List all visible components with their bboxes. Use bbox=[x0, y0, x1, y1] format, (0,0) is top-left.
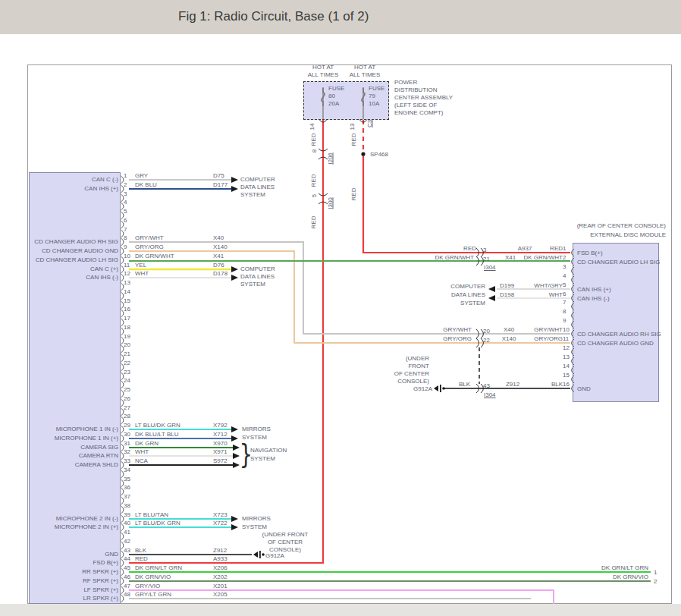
left-pin-signal: MICROPHONE 2 IN (+) bbox=[0, 523, 118, 530]
left-pin-signal: RR SPKR (+) bbox=[0, 568, 118, 575]
left-pin-number: 2 bbox=[124, 181, 127, 188]
module-pin-number: 3 bbox=[563, 263, 566, 270]
left-pin-number: 21 bbox=[124, 350, 130, 357]
left-pin-circuit: X201 bbox=[213, 583, 228, 589]
left-pin-circuit: X723 bbox=[213, 511, 228, 518]
diagram-label: BLK bbox=[411, 381, 563, 388]
left-pin-signal: CAN IHS (-) bbox=[0, 274, 118, 281]
left-pin-wire-color: GRY bbox=[135, 172, 148, 179]
left-pin-number: 47 bbox=[124, 583, 130, 589]
left-pin-wire-color: WHT bbox=[135, 270, 149, 277]
left-pin-number: 33 bbox=[124, 457, 130, 464]
diagram-label: FUSE bbox=[328, 85, 344, 92]
diagram-label: COMPUTER bbox=[240, 266, 275, 272]
diagram-label: OF CENTER bbox=[209, 539, 361, 545]
bottom-clip-strip bbox=[0, 604, 681, 616]
left-pin-wire-color: WHT bbox=[135, 448, 149, 455]
left-pin-number: 27 bbox=[124, 404, 130, 411]
left-pin-signal: CD CHANGER AUDIO LH SIG bbox=[0, 256, 118, 263]
diagram-label: SYSTEM bbox=[242, 523, 267, 530]
module-pin-number: 9 bbox=[563, 317, 566, 324]
diagram-label: I300 bbox=[327, 197, 334, 209]
left-pin-number: 22 bbox=[124, 360, 130, 366]
left-pin-number: 45 bbox=[124, 564, 130, 571]
diagram-label: GRY/WHT bbox=[411, 326, 563, 333]
left-pin-number: 46 bbox=[124, 574, 130, 580]
left-pin-wire-color: YEL bbox=[135, 262, 146, 269]
left-pin-circuit: X971 bbox=[213, 448, 228, 455]
left-pin-circuit: X205 bbox=[213, 591, 228, 598]
left-pin-number: 11 bbox=[124, 262, 130, 269]
left-pin-signal: CAMERA RTN bbox=[0, 452, 118, 459]
left-pin-circuit: X206 bbox=[213, 564, 228, 571]
left-pin-signal: MICROPHONE 1 IN (+) bbox=[0, 435, 118, 442]
diagram-label: COMPUTER bbox=[240, 176, 275, 183]
left-pin-number: 30 bbox=[124, 431, 130, 438]
left-pin-number: 42 bbox=[124, 538, 130, 545]
diagram-label: POWER bbox=[394, 79, 417, 86]
left-pin-number: 24 bbox=[124, 377, 130, 384]
diagram-label: RED bbox=[350, 134, 357, 146]
left-pin-number: 31 bbox=[124, 440, 130, 447]
module-pin-number: 5 bbox=[563, 281, 566, 288]
diagram-label: G912A bbox=[265, 552, 284, 559]
diagram-label: (UNDER bbox=[278, 355, 429, 362]
left-pin-number: 18 bbox=[124, 324, 130, 331]
left-pin-circuit: X202 bbox=[213, 574, 228, 580]
left-pin-number: 36 bbox=[124, 484, 130, 491]
left-pin-signal: CAN C (-) bbox=[0, 176, 118, 183]
left-pin-circuit: D76 bbox=[213, 262, 224, 269]
module-pin-number: 15 bbox=[563, 372, 570, 379]
left-pin-number: 1 bbox=[124, 172, 127, 179]
module-pin-number: 4 bbox=[563, 272, 566, 279]
left-pin-number: 10 bbox=[124, 253, 130, 259]
diagram-label: CONSOLE) bbox=[209, 546, 361, 553]
diagram-label: SYSTEM bbox=[334, 300, 485, 306]
left-pin-number: 7 bbox=[124, 226, 127, 233]
left-pin-wire-color: BLK bbox=[135, 547, 146, 554]
diagram-label: ENGINE COMPT) bbox=[394, 109, 443, 116]
left-pin-number: 26 bbox=[124, 395, 130, 402]
group-brace: } bbox=[240, 438, 253, 470]
left-pin-circuit: S972 bbox=[213, 457, 228, 464]
module-pin-signal: CAN IHS (+) bbox=[577, 286, 611, 293]
left-pin-wire-color: LT BLU/TAN bbox=[135, 511, 168, 518]
left-pin-circuit: D177 bbox=[213, 181, 228, 188]
left-pin-number: 13 bbox=[124, 279, 130, 286]
diagram-label: DK GRN/WHT bbox=[411, 254, 563, 261]
diagram-label: 8 bbox=[311, 149, 318, 152]
diagram-label: RED bbox=[310, 216, 317, 229]
diagram-label: WHT bbox=[411, 291, 563, 298]
wiring-diagram-page: Fig 1: Radio Circuit, Base (1 of 2) 1CAN… bbox=[0, 0, 681, 616]
left-pin-wire-color: GRY/ORG bbox=[135, 244, 164, 250]
diagram-label: I304 bbox=[484, 264, 496, 271]
left-pin-circuit: X140 bbox=[213, 244, 228, 250]
left-pin-signal: CD CHANGER AUDIO RH SIG bbox=[0, 238, 118, 245]
left-pin-signal: CAN C (+) bbox=[0, 266, 118, 272]
module-pin-number: 14 bbox=[563, 363, 570, 369]
module-pin-signal: CD CHANGER AUDIO RH SIG bbox=[577, 331, 661, 338]
left-pin-number: 37 bbox=[124, 493, 130, 500]
module-pin-number: 13 bbox=[563, 354, 570, 360]
diagram-label: 5 bbox=[311, 194, 318, 197]
diagram-label: SYSTEM bbox=[240, 191, 265, 198]
diagram-label: 79 bbox=[369, 93, 375, 99]
diagram-label: FRONT bbox=[278, 363, 429, 369]
left-pin-signal: CAMERA SHLD bbox=[0, 461, 118, 468]
diagram-label: CENTER ASSEMBLY bbox=[394, 94, 453, 101]
module-pin-signal: CD CHANGER AUDIO LH SIG bbox=[577, 259, 660, 266]
left-pin-signal: CAMERA SIG bbox=[0, 444, 118, 451]
left-pin-circuit: X722 bbox=[213, 520, 228, 526]
diagram-label: RED bbox=[310, 174, 317, 187]
left-pin-wire-color: DK BLU bbox=[135, 181, 157, 188]
left-pin-number: 23 bbox=[124, 369, 130, 376]
left-pin-number: 9 bbox=[124, 244, 127, 250]
diagram-label: DISTRIBUTION bbox=[394, 86, 437, 93]
left-pin-circuit: X712 bbox=[213, 431, 228, 438]
left-pin-signal: GND bbox=[0, 551, 118, 558]
left-pin-circuit: D178 bbox=[213, 270, 228, 277]
diagram-label: G912A bbox=[281, 385, 432, 392]
diagram-label: 14 bbox=[309, 124, 315, 130]
left-pin-number: 14 bbox=[124, 288, 130, 295]
left-pin-number: 35 bbox=[124, 476, 130, 482]
